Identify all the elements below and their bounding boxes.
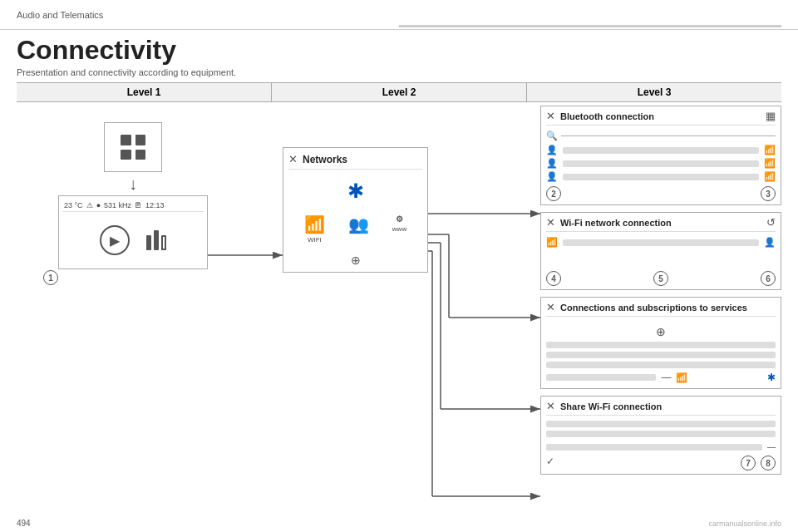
level3-header: Level 3 [527,83,781,101]
badge-5: 5 [653,271,668,286]
wifi-small-icon-3: 📶 [764,171,776,182]
bt-device-rows: 👤 📶 👤 📶 👤 📶 [546,145,776,182]
connections-panel: ✕ Connections and subscriptions to servi… [540,297,781,389]
wifi-row-1: 📶 👤 [546,237,776,248]
bar3 [161,235,166,250]
bar1 [146,235,151,250]
wifi-main-icon: 📶 [546,237,558,248]
wifi-line-1 [563,239,759,246]
bar2 [154,230,159,250]
share-panel-title: Share Wi-Fi connection [560,401,776,411]
bluetooth-center-icon: ✱ [288,175,422,208]
wifi-panel-footer: 4 5 6 [546,271,776,286]
search-icon: 🔍 [546,131,558,141]
app-icon-box [104,122,162,172]
wifi-panel-title: Wi-Fi network connection [560,218,761,228]
badge-3: 3 [761,186,776,201]
bt-row-3: 👤 📶 [546,171,776,182]
bluetooth-panel: ✕ Bluetooth connection ▦ 🔍 👤 📶 👤 [540,106,781,205]
conn-panel-title: Connections and subscriptions to service… [560,303,776,313]
conn-line-1 [546,342,776,348]
person-icon-2: 👤 [546,158,558,169]
freq-display: 531 kHz [104,201,131,209]
play-button[interactable]: ▶ [100,225,130,255]
badge-7: 7 [741,456,756,470]
bluetooth-icon: ✱ [347,180,364,202]
grid-cell-2 [135,135,146,145]
bt-row-2: 👤 📶 [546,158,776,169]
grid-cell-4 [135,150,146,160]
conn-line-half-1 [546,374,656,381]
bt-panel-footer: 2 3 [546,186,776,201]
www-gear-icon: ⚙ [396,214,403,224]
share-panel-body: — [546,419,776,453]
section-header: Audio and Telematics [0,0,798,30]
people-icon-item[interactable]: 👥 [348,214,369,244]
wifi-panel: ✕ Wi-Fi network connection ↺ 📶 👤 4 5 6 [540,212,781,290]
main-diagram: ↓ 23 °C ⚠ ● 531 kHz 🖹 12:13 ▶ 1 [0,106,798,532]
bt-row-1: 👤 📶 [546,145,776,155]
share-panel-close-icon[interactable]: ✕ [546,400,555,412]
down-arrow-icon: ↓ [50,175,216,192]
conn-line-2 [546,352,776,358]
share-panel-footer: ✓ 7 8 [546,456,776,470]
media-bars-icon [146,230,166,250]
networks-box-title: Networks [303,154,347,165]
networks-box: ✕ Networks ✱ 📶 WIFI 👥 ⚙ www ⊕ [283,147,428,273]
grid-cell-1 [121,135,131,145]
radio-icon: ● [96,201,101,209]
bt-panel-close-icon[interactable]: ✕ [546,110,555,122]
wifi-label: WIFI [308,236,322,244]
bt-panel-right-icon: ▦ [766,110,776,122]
page-subtitle: Presentation and connectivity according … [0,67,798,82]
wifi-panel-body: 📶 👤 [546,235,776,268]
section-title: Audio and Telematics [17,10,103,20]
person-icon-1: 👤 [546,145,558,155]
wifi-icon: 📶 [304,214,325,234]
conn-plus-icon[interactable]: ⊕ [546,325,776,338]
badge-1: 1 [43,270,58,285]
bt-line-3 [563,174,759,180]
conn-wifi-icon: 📶 [676,372,687,383]
www-label: www [392,225,406,233]
wifi-icon-item[interactable]: 📶 WIFI [304,214,325,244]
check-icon: ✓ [546,456,554,470]
networks-close-icon[interactable]: ✕ [288,153,298,165]
media-icon: 🖹 [135,201,142,209]
search-line [561,135,776,136]
level1-widget: ↓ 23 °C ⚠ ● 531 kHz 🖹 12:13 ▶ [50,122,216,269]
levels-header: Level 1 Level 2 Level 3 [17,82,781,102]
share-line-1 [546,421,776,427]
share-panel: ✕ Share Wi-Fi connection — ✓ 7 8 [540,396,781,475]
conn-panel-close-icon[interactable]: ✕ [546,301,555,313]
conn-dash-icon: — [661,372,671,383]
wifi-small-icon-2: 📶 [764,158,776,169]
bluetooth-panel-header: ✕ Bluetooth connection ▦ [546,110,776,126]
level2-header: Level 2 [272,83,527,101]
warning-icon: ⚠ [86,201,93,209]
badge-6: 6 [761,271,776,286]
conn-lines-group [546,342,776,368]
badge-2: 2 [546,186,561,201]
conn-panel-body: ⊕ — 📶 ✱ [546,320,776,385]
wifi-person-icon: 👤 [764,237,776,248]
time-display: 12:13 [145,201,165,209]
grid-icon [121,135,145,160]
connections-panel-header: ✕ Connections and subscriptions to servi… [546,301,776,317]
www-icon-item[interactable]: ⚙ www [392,214,406,244]
page-title: Connectivity [0,30,798,67]
bt-panel-title: Bluetooth connection [560,111,761,121]
add-network-icon[interactable]: ⊕ [288,254,422,267]
level1-header: Level 1 [17,83,272,101]
screen-status-bar: 23 °C ⚠ ● 531 kHz 🖹 12:13 [62,200,204,212]
temp-display: 23 °C [64,201,83,209]
wifi-panel-close-icon[interactable]: ✕ [546,216,555,229]
bt-search-row: 🔍 [546,131,776,141]
level3-panels: ✕ Bluetooth connection ▦ 🔍 👤 📶 👤 [540,106,781,475]
conn-line-3 [546,362,776,368]
people-icon: 👥 [348,214,369,234]
share-panel-header: ✕ Share Wi-Fi connection [546,400,776,416]
grid-cell-3 [121,150,131,160]
conn-bottom-row: — 📶 ✱ [546,372,776,383]
badge-8: 8 [761,456,776,470]
